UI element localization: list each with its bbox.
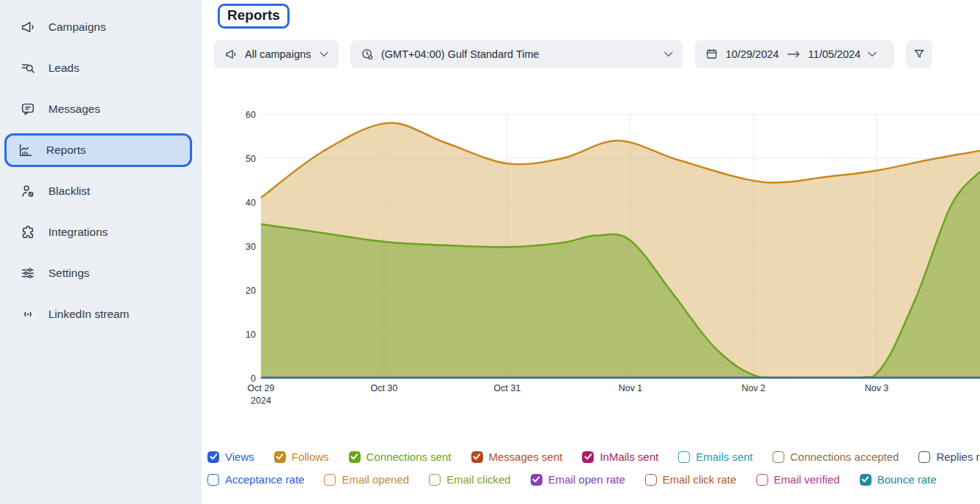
funnel-icon <box>913 48 926 61</box>
sidebar-item-messages[interactable]: Messages <box>0 89 202 130</box>
check-icon <box>473 453 481 460</box>
x-tick-sublabel: 2024 <box>251 396 271 406</box>
chart-svg: 0102030405060Oct 292024Oct 30Oct 31Nov 1… <box>202 103 980 418</box>
legend-item-email-opened[interactable]: Email opened <box>324 473 409 486</box>
sidebar-item-label: LinkedIn stream <box>48 308 129 321</box>
legend-checkbox[interactable] <box>207 451 219 463</box>
legend-label: Email opened <box>342 473 409 486</box>
date-start-value: 10/29/2024 <box>726 48 779 60</box>
y-tick-label: 40 <box>246 198 256 208</box>
sidebar-item-blacklist[interactable]: Blacklist <box>0 171 202 212</box>
timezone-select[interactable]: (GMT+04:00) Gulf Standard Time <box>350 40 683 68</box>
check-icon <box>276 453 284 460</box>
chart-legend: ViewsFollowsConnections sentMessages sen… <box>207 451 980 496</box>
legend-item-email-verified[interactable]: Email verified <box>756 473 840 486</box>
legend-item-email-click-rate[interactable]: Email click rate <box>645 473 737 486</box>
arrow-right-icon <box>786 50 801 59</box>
legend-item-acceptance-rate[interactable]: Acceptance rate <box>207 473 304 486</box>
blocked-user-icon <box>20 183 36 199</box>
chevron-down-icon <box>664 51 673 57</box>
legend-item-inmails-sent[interactable]: InMails sent <box>582 451 658 463</box>
legend-checkbox[interactable] <box>429 474 441 486</box>
check-icon <box>210 453 218 460</box>
legend-checkbox[interactable] <box>756 474 768 486</box>
chevron-down-icon <box>320 51 328 57</box>
legend-label: Connections sent <box>366 451 452 463</box>
legend-checkbox[interactable] <box>918 451 930 463</box>
legend-label: Bounce rate <box>877 473 937 486</box>
legend-checkbox[interactable] <box>531 474 542 486</box>
x-tick-label: Oct 30 <box>371 383 398 393</box>
check-icon <box>584 453 592 460</box>
sidebar-item-label: Campaigns <box>48 21 106 34</box>
legend-checkbox[interactable] <box>471 451 483 463</box>
legend-item-connections-accepted[interactable]: Connections accepted <box>773 451 899 463</box>
legend-label: Views <box>225 451 254 463</box>
x-tick-label: Oct 29 <box>248 383 275 393</box>
legend-item-emails-sent[interactable]: Emails sent <box>678 451 753 463</box>
legend-label: Email click rate <box>663 473 737 486</box>
legend-item-follows[interactable]: Follows <box>274 451 329 463</box>
date-range-picker[interactable]: 10/29/2024 11/05/2024 <box>695 40 894 68</box>
sidebar-item-label: Leads <box>48 62 79 75</box>
sidebar-item-integrations[interactable]: Integrations <box>0 212 202 253</box>
y-tick-label: 20 <box>246 286 256 296</box>
legend-item-messages-sent[interactable]: Messages sent <box>471 451 563 463</box>
sidebar-item-reports[interactable]: Reports <box>4 133 192 167</box>
legend-label: Replies received <box>936 451 980 463</box>
legend-row: Acceptance rateEmail openedEmail clicked… <box>207 473 980 486</box>
x-tick-label: Oct 31 <box>494 383 521 393</box>
y-tick-label: 60 <box>246 110 256 120</box>
x-tick-label: Nov 2 <box>742 383 766 393</box>
legend-label: Acceptance rate <box>225 473 304 486</box>
legend-item-email-open-rate[interactable]: Email open rate <box>531 473 625 486</box>
legend-checkbox[interactable] <box>645 474 657 486</box>
legend-item-email-clicked[interactable]: Email clicked <box>429 473 511 486</box>
y-tick-label: 30 <box>246 242 256 252</box>
legend-checkbox[interactable] <box>860 474 872 486</box>
legend-label: InMails sent <box>600 451 658 463</box>
y-tick-label: 10 <box>246 330 256 340</box>
legend-checkbox[interactable] <box>324 474 336 486</box>
leads-search-icon <box>20 60 36 76</box>
legend-item-connections-sent[interactable]: Connections sent <box>349 451 452 463</box>
app-root: CampaignsLeadsMessagesReportsBlacklistIn… <box>0 0 980 504</box>
puzzle-icon <box>20 224 36 240</box>
legend-row: ViewsFollowsConnections sentMessages sen… <box>207 451 980 463</box>
sidebar-item-leads[interactable]: Leads <box>0 48 202 89</box>
legend-item-views[interactable]: Views <box>207 451 254 463</box>
date-end-value: 11/05/2024 <box>808 48 861 60</box>
x-tick-label: Nov 1 <box>619 383 643 393</box>
campaigns-filter-label: All campaigns <box>245 48 312 60</box>
y-tick-label: 0 <box>251 374 256 384</box>
megaphone-icon <box>224 48 237 61</box>
legend-item-replies-received[interactable]: Replies received <box>918 451 980 463</box>
legend-checkbox[interactable] <box>678 451 690 463</box>
legend-label: Messages sent <box>489 451 563 463</box>
x-tick-label: Nov 3 <box>865 383 889 393</box>
sidebar-item-linkedin-stream[interactable]: LinkedIn stream <box>0 294 202 335</box>
legend-label: Email open rate <box>548 473 625 486</box>
sidebar-item-settings[interactable]: Settings <box>0 253 202 294</box>
legend-item-bounce-rate[interactable]: Bounce rate <box>860 473 937 486</box>
sidebar-item-label: Blacklist <box>48 185 90 198</box>
filter-funnel-button[interactable] <box>906 40 932 68</box>
legend-checkbox[interactable] <box>207 474 219 486</box>
legend-checkbox[interactable] <box>349 451 361 463</box>
legend-label: Connections accepted <box>790 451 899 463</box>
legend-checkbox[interactable] <box>582 451 594 463</box>
sidebar-item-label: Settings <box>48 267 89 280</box>
chart-report-icon <box>18 142 34 158</box>
sidebar: CampaignsLeadsMessagesReportsBlacklistIn… <box>0 0 202 504</box>
legend-checkbox[interactable] <box>274 451 286 463</box>
page-title: Reports <box>218 4 290 29</box>
legend-checkbox[interactable] <box>773 451 784 463</box>
sidebar-item-campaigns[interactable]: Campaigns <box>0 7 202 48</box>
timezone-label: (GMT+04:00) Gulf Standard Time <box>381 48 657 60</box>
calendar-icon <box>705 48 718 61</box>
chevron-down-icon <box>868 51 877 57</box>
broadcast-icon <box>20 306 36 322</box>
filter-bar: All campaigns (GMT+04:00) Gulf Standard … <box>214 40 932 68</box>
campaigns-filter-dropdown[interactable]: All campaigns <box>214 40 339 68</box>
message-bubble-icon <box>20 101 36 117</box>
